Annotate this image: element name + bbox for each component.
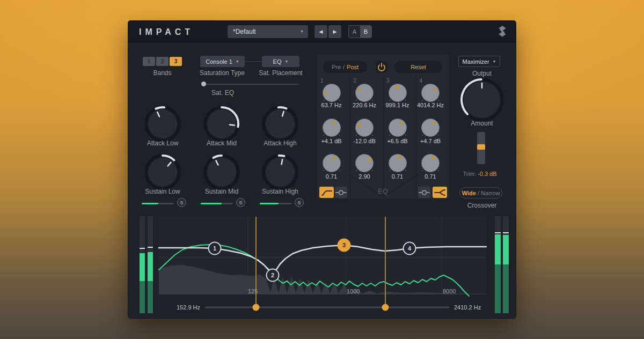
attack-high-label: Attack High bbox=[251, 139, 310, 147]
saturation-type-dropdown[interactable]: Console 1 ▼ bbox=[200, 56, 245, 67]
attack-low-knob[interactable] bbox=[144, 105, 181, 143]
band-2-mix-slider[interactable] bbox=[201, 203, 233, 204]
chevron-down-icon: ▼ bbox=[236, 60, 239, 63]
sat-eq-label: Sat. EQ bbox=[196, 89, 250, 97]
ab-compare-toggle[interactable]: A B bbox=[348, 25, 372, 38]
desktop-background: { "icons": { "chevron_down": "▼", "prev_… bbox=[0, 0, 644, 339]
freq-gridline-label: 1000 bbox=[347, 288, 360, 294]
previous-preset-button[interactable]: ◀ bbox=[314, 25, 327, 38]
eq-reset-button[interactable]: Reset bbox=[394, 61, 442, 73]
pre-label[interactable]: Pre bbox=[332, 64, 341, 70]
eq-band-2-q-knob[interactable] bbox=[353, 151, 376, 175]
saturation-type-label: Saturation Type bbox=[189, 69, 255, 77]
band-1-mix-slider[interactable] bbox=[142, 203, 174, 204]
band-button-2[interactable]: 2 bbox=[156, 57, 169, 66]
band-3-mix-fill bbox=[260, 203, 279, 204]
attack-low-label: Attack Low bbox=[133, 139, 192, 147]
crossover-label: Crossover bbox=[455, 202, 509, 209]
eq-band-3-gain-value: +6.5 dB bbox=[383, 138, 412, 144]
ab-b-button[interactable]: B bbox=[360, 26, 371, 38]
pre-post-slash: / bbox=[343, 64, 345, 70]
crossover-high-value: 2410.2 Hz bbox=[454, 304, 481, 311]
trim-label: Trim: bbox=[463, 171, 476, 177]
sat-placement-dropdown[interactable]: EQ ▼ bbox=[262, 56, 299, 67]
band-2-solo-button[interactable]: S bbox=[236, 198, 245, 207]
eq-node-1-number: 1 bbox=[213, 245, 216, 252]
eq-band-3-freq-knob[interactable] bbox=[386, 81, 409, 105]
sustain-mid-knob[interactable] bbox=[203, 153, 240, 191]
eq-band-1-freq-value: 63.7 Hz bbox=[317, 102, 346, 108]
eq-band-1-freq-knob[interactable] bbox=[320, 81, 343, 105]
filter-shape-split-button[interactable] bbox=[433, 187, 447, 198]
left-meter-2-peak-tick bbox=[148, 247, 153, 248]
preset-dropdown[interactable]: *Default ▼ bbox=[228, 25, 308, 38]
right-meter-1-level-dim bbox=[495, 264, 501, 313]
eq-band-4-freq-value: 4014.2 Hz bbox=[416, 102, 445, 108]
preset-name: *Default bbox=[233, 28, 256, 35]
eq-band-4-gain-knob[interactable] bbox=[419, 116, 442, 139]
trim-slider-handle[interactable] bbox=[477, 144, 485, 150]
sat-eq-slider[interactable] bbox=[201, 84, 299, 85]
narrow-label[interactable]: Narrow bbox=[481, 190, 500, 196]
right-meter-2-level-dim bbox=[503, 264, 509, 313]
band-button-3[interactable]: 3 bbox=[170, 57, 182, 66]
eq-band-4-q-knob[interactable] bbox=[419, 151, 442, 175]
attack-mid-label: Attack Mid bbox=[192, 139, 251, 147]
bands-selector[interactable]: 123 bbox=[143, 57, 182, 66]
filter-shape-bell-button[interactable] bbox=[335, 187, 347, 198]
eq-band-3-gain-knob[interactable] bbox=[386, 116, 409, 139]
eq-panel-label: EQ bbox=[367, 188, 399, 195]
trim-value: -0.3 dB bbox=[478, 171, 496, 177]
eq-band-2-freq-value: 220.6 Hz bbox=[350, 102, 379, 108]
crossover-handle-1[interactable] bbox=[253, 304, 260, 311]
low-shelf-icon bbox=[320, 188, 333, 197]
crossover-handle-2[interactable] bbox=[382, 304, 389, 311]
saturation-type-value: Console 1 bbox=[206, 58, 232, 65]
eq-band-1-gain-knob[interactable] bbox=[320, 116, 343, 139]
eq-band-3-freq-value: 999.1 Hz bbox=[383, 102, 412, 108]
attack-mid-knob[interactable] bbox=[203, 105, 240, 143]
filter-shape-bell-button[interactable] bbox=[418, 187, 430, 198]
eq-band-2-freq-knob[interactable] bbox=[353, 81, 376, 105]
split-icon bbox=[434, 188, 447, 197]
output-mode-value: Maximizer bbox=[462, 58, 489, 65]
plugin-title: IMPACT bbox=[139, 27, 194, 37]
chevron-down-icon: ▼ bbox=[284, 60, 288, 63]
left-meter-2-level bbox=[148, 252, 153, 281]
amount-knob[interactable] bbox=[459, 77, 504, 122]
band-3-mix-slider[interactable] bbox=[260, 203, 292, 204]
post-label[interactable]: Post bbox=[347, 64, 358, 70]
pre-post-toggle[interactable]: Pre / Post bbox=[323, 61, 367, 73]
right-meter-1-level bbox=[495, 234, 501, 264]
amount-label: Amount bbox=[455, 120, 509, 127]
sat-placement-label: Sat. Placement bbox=[248, 69, 313, 77]
left-meter-1-level-dim bbox=[140, 281, 145, 313]
wide-label[interactable]: Wide bbox=[462, 190, 476, 196]
next-preset-button[interactable]: ▶ bbox=[328, 25, 341, 38]
band-1-solo-button[interactable]: S bbox=[177, 198, 186, 207]
ab-a-button[interactable]: A bbox=[349, 26, 360, 38]
wide-narrow-toggle[interactable]: Wide / Narrow bbox=[459, 187, 502, 198]
eq-band-2-q-value: 2.90 bbox=[350, 173, 379, 180]
filter-shape-low-shelf-button[interactable] bbox=[319, 187, 334, 198]
eq-band-4-freq-knob[interactable] bbox=[419, 81, 442, 105]
eq-node-2-number: 2 bbox=[271, 272, 274, 278]
band-button-1[interactable]: 1 bbox=[143, 57, 155, 66]
output-mode-dropdown[interactable]: Maximizer ▼ bbox=[458, 56, 500, 67]
left-meter-1-peak-tick bbox=[140, 248, 145, 249]
eq-band-1-q-knob[interactable] bbox=[320, 151, 343, 175]
eq-power-button[interactable] bbox=[376, 61, 387, 73]
sustain-low-knob[interactable] bbox=[144, 153, 181, 191]
eq-band-4-gain-value: +4.7 dB bbox=[416, 138, 445, 144]
eq-band-3-q-knob[interactable] bbox=[386, 151, 409, 175]
connector-line bbox=[245, 61, 262, 62]
band-3-solo-button[interactable]: S bbox=[295, 198, 304, 207]
band-2-mix-fill bbox=[201, 203, 222, 204]
attack-high-knob[interactable] bbox=[261, 105, 299, 143]
brand-logo-icon bbox=[497, 26, 507, 37]
eq-band-2-gain-knob[interactable] bbox=[353, 116, 376, 139]
eq-node-3-number: 3 bbox=[342, 242, 346, 248]
right-meter-1-peak-tick bbox=[495, 232, 501, 233]
sat-eq-slider-handle[interactable] bbox=[201, 82, 206, 86]
sustain-high-knob[interactable] bbox=[261, 153, 299, 191]
